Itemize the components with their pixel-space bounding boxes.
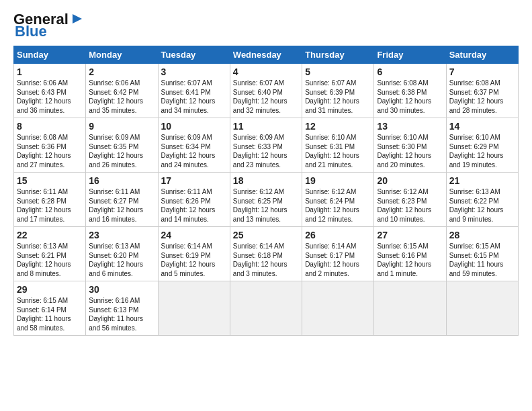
- calendar-cell: 27Sunrise: 6:15 AM Sunset: 6:16 PM Dayli…: [374, 227, 446, 281]
- svg-marker-0: [73, 14, 82, 24]
- day-info: Sunrise: 6:08 AM Sunset: 6:36 PM Dayligh…: [17, 133, 83, 169]
- day-number: 14: [449, 121, 515, 132]
- day-info: Sunrise: 6:10 AM Sunset: 6:31 PM Dayligh…: [305, 133, 371, 169]
- calendar-cell: [302, 281, 374, 336]
- day-info: Sunrise: 6:15 AM Sunset: 6:15 PM Dayligh…: [449, 242, 515, 278]
- day-number: 12: [305, 121, 371, 132]
- calendar-cell: 17Sunrise: 6:11 AM Sunset: 6:26 PM Dayli…: [158, 173, 230, 227]
- calendar-cell: 14Sunrise: 6:10 AM Sunset: 6:29 PM Dayli…: [446, 118, 518, 173]
- calendar-cell: [158, 281, 230, 336]
- calendar-cell: 25Sunrise: 6:14 AM Sunset: 6:18 PM Dayli…: [230, 227, 302, 281]
- day-number: 17: [161, 175, 227, 186]
- calendar-cell: 3Sunrise: 6:07 AM Sunset: 6:41 PM Daylig…: [158, 64, 230, 118]
- calendar-cell: 12Sunrise: 6:10 AM Sunset: 6:31 PM Dayli…: [302, 118, 374, 173]
- week-row-4: 22Sunrise: 6:13 AM Sunset: 6:21 PM Dayli…: [14, 227, 519, 281]
- calendar-cell: 28Sunrise: 6:15 AM Sunset: 6:15 PM Dayli…: [446, 227, 518, 281]
- day-header-monday: Monday: [86, 46, 158, 64]
- day-info: Sunrise: 6:16 AM Sunset: 6:13 PM Dayligh…: [89, 296, 154, 332]
- week-row-2: 8Sunrise: 6:08 AM Sunset: 6:36 PM Daylig…: [14, 118, 519, 173]
- calendar-cell: 20Sunrise: 6:12 AM Sunset: 6:23 PM Dayli…: [374, 173, 446, 227]
- day-info: Sunrise: 6:13 AM Sunset: 6:22 PM Dayligh…: [449, 187, 515, 224]
- day-info: Sunrise: 6:07 AM Sunset: 6:40 PM Dayligh…: [233, 79, 299, 115]
- calendar-cell: 29Sunrise: 6:15 AM Sunset: 6:14 PM Dayli…: [14, 281, 86, 336]
- day-info: Sunrise: 6:15 AM Sunset: 6:16 PM Dayligh…: [377, 242, 443, 278]
- day-number: 3: [161, 66, 227, 77]
- week-row-3: 15Sunrise: 6:11 AM Sunset: 6:28 PM Dayli…: [14, 173, 519, 227]
- calendar-cell: 30Sunrise: 6:16 AM Sunset: 6:13 PM Dayli…: [86, 281, 158, 336]
- calendar-table: SundayMondayTuesdayWednesdayThursdayFrid…: [13, 46, 519, 336]
- day-number: 18: [233, 175, 299, 186]
- day-info: Sunrise: 6:07 AM Sunset: 6:39 PM Dayligh…: [305, 79, 371, 115]
- day-number: 25: [233, 230, 299, 240]
- calendar-cell: 18Sunrise: 6:12 AM Sunset: 6:25 PM Dayli…: [230, 173, 302, 227]
- day-number: 27: [377, 230, 443, 240]
- day-number: 4: [233, 66, 299, 77]
- header: General Blue: [13, 12, 519, 39]
- day-header-wednesday: Wednesday: [230, 46, 302, 64]
- day-info: Sunrise: 6:10 AM Sunset: 6:29 PM Dayligh…: [449, 133, 515, 169]
- calendar-cell: 9Sunrise: 6:09 AM Sunset: 6:35 PM Daylig…: [86, 118, 158, 173]
- day-number: 28: [449, 230, 515, 240]
- calendar-cell: 13Sunrise: 6:10 AM Sunset: 6:30 PM Dayli…: [374, 118, 446, 173]
- day-number: 19: [305, 175, 371, 186]
- day-info: Sunrise: 6:07 AM Sunset: 6:41 PM Dayligh…: [161, 79, 227, 115]
- calendar-cell: 24Sunrise: 6:14 AM Sunset: 6:19 PM Dayli…: [158, 227, 230, 281]
- day-number: 10: [161, 121, 227, 132]
- day-number: 6: [377, 66, 443, 77]
- day-info: Sunrise: 6:06 AM Sunset: 6:42 PM Dayligh…: [89, 79, 154, 115]
- calendar-header-row: SundayMondayTuesdayWednesdayThursdayFrid…: [14, 46, 519, 64]
- day-info: Sunrise: 6:11 AM Sunset: 6:28 PM Dayligh…: [17, 187, 83, 224]
- day-number: 9: [89, 121, 154, 132]
- calendar-cell: 6Sunrise: 6:08 AM Sunset: 6:38 PM Daylig…: [374, 64, 446, 118]
- calendar-body: 1Sunrise: 6:06 AM Sunset: 6:43 PM Daylig…: [14, 64, 519, 336]
- day-info: Sunrise: 6:12 AM Sunset: 6:24 PM Dayligh…: [305, 187, 371, 224]
- calendar-cell: 21Sunrise: 6:13 AM Sunset: 6:22 PM Dayli…: [446, 173, 518, 227]
- day-number: 13: [377, 121, 443, 132]
- logo: General Blue: [13, 12, 85, 39]
- day-info: Sunrise: 6:14 AM Sunset: 6:17 PM Dayligh…: [305, 242, 371, 278]
- day-header-tuesday: Tuesday: [158, 46, 230, 64]
- day-info: Sunrise: 6:12 AM Sunset: 6:25 PM Dayligh…: [233, 187, 299, 224]
- calendar-cell: 7Sunrise: 6:08 AM Sunset: 6:37 PM Daylig…: [446, 64, 518, 118]
- day-info: Sunrise: 6:14 AM Sunset: 6:19 PM Dayligh…: [161, 242, 227, 278]
- calendar-cell: 10Sunrise: 6:09 AM Sunset: 6:34 PM Dayli…: [158, 118, 230, 173]
- calendar-cell: 1Sunrise: 6:06 AM Sunset: 6:43 PM Daylig…: [14, 64, 86, 118]
- calendar-cell: [446, 281, 518, 336]
- day-number: 23: [89, 230, 154, 240]
- day-number: 30: [89, 284, 154, 295]
- week-row-5: 29Sunrise: 6:15 AM Sunset: 6:14 PM Dayli…: [14, 281, 519, 336]
- day-number: 21: [449, 175, 515, 186]
- day-number: 2: [89, 66, 154, 77]
- day-info: Sunrise: 6:13 AM Sunset: 6:21 PM Dayligh…: [17, 242, 83, 278]
- day-info: Sunrise: 6:11 AM Sunset: 6:26 PM Dayligh…: [161, 187, 227, 224]
- calendar-cell: 23Sunrise: 6:13 AM Sunset: 6:20 PM Dayli…: [86, 227, 158, 281]
- calendar-cell: 22Sunrise: 6:13 AM Sunset: 6:21 PM Dayli…: [14, 227, 86, 281]
- day-number: 26: [305, 230, 371, 240]
- day-info: Sunrise: 6:09 AM Sunset: 6:34 PM Dayligh…: [161, 133, 227, 169]
- day-header-saturday: Saturday: [446, 46, 518, 64]
- day-info: Sunrise: 6:15 AM Sunset: 6:14 PM Dayligh…: [17, 296, 83, 332]
- day-number: 1: [17, 66, 83, 77]
- day-info: Sunrise: 6:11 AM Sunset: 6:27 PM Dayligh…: [89, 187, 154, 224]
- calendar-cell: 26Sunrise: 6:14 AM Sunset: 6:17 PM Dayli…: [302, 227, 374, 281]
- day-number: 15: [17, 175, 83, 186]
- day-number: 29: [17, 284, 83, 295]
- calendar-cell: 11Sunrise: 6:09 AM Sunset: 6:33 PM Dayli…: [230, 118, 302, 173]
- calendar-cell: 19Sunrise: 6:12 AM Sunset: 6:24 PM Dayli…: [302, 173, 374, 227]
- day-info: Sunrise: 6:12 AM Sunset: 6:23 PM Dayligh…: [377, 187, 443, 224]
- calendar-cell: 5Sunrise: 6:07 AM Sunset: 6:39 PM Daylig…: [302, 64, 374, 118]
- day-info: Sunrise: 6:06 AM Sunset: 6:43 PM Dayligh…: [17, 79, 83, 115]
- calendar-cell: [374, 281, 446, 336]
- calendar-cell: 15Sunrise: 6:11 AM Sunset: 6:28 PM Dayli…: [14, 173, 86, 227]
- day-number: 16: [89, 175, 154, 186]
- day-number: 8: [17, 121, 83, 132]
- day-number: 24: [161, 230, 227, 240]
- day-number: 7: [449, 66, 515, 77]
- day-info: Sunrise: 6:08 AM Sunset: 6:38 PM Dayligh…: [377, 79, 443, 115]
- day-info: Sunrise: 6:14 AM Sunset: 6:18 PM Dayligh…: [233, 242, 299, 278]
- page: General Blue SundayMondayTuesdayWednesda…: [0, 0, 532, 342]
- calendar-cell: 2Sunrise: 6:06 AM Sunset: 6:42 PM Daylig…: [86, 64, 158, 118]
- day-info: Sunrise: 6:08 AM Sunset: 6:37 PM Dayligh…: [449, 79, 515, 115]
- day-info: Sunrise: 6:13 AM Sunset: 6:20 PM Dayligh…: [89, 242, 154, 278]
- day-header-friday: Friday: [374, 46, 446, 64]
